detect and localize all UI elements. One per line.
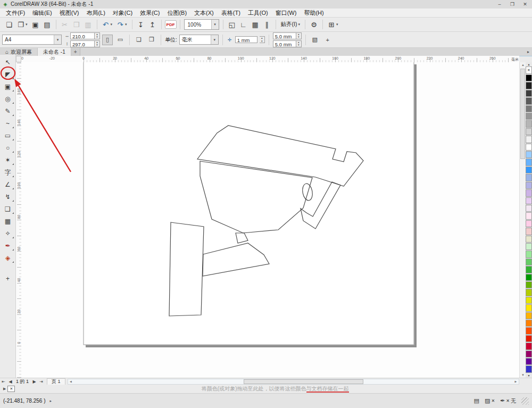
color-swatch[interactable]: [526, 251, 532, 257]
color-swatch[interactable]: [526, 236, 532, 243]
page-size-combo[interactable]: A4 ▾: [2, 35, 62, 45]
color-swatch[interactable]: [526, 365, 532, 372]
page-height-stepper[interactable]: ▴▾: [95, 40, 100, 47]
color-swatch[interactable]: [526, 212, 532, 219]
show-guidelines-button[interactable]: ∥: [262, 19, 272, 30]
minimize-button[interactable]: –: [494, 1, 505, 8]
artistic-media-tool[interactable]: ~: [2, 117, 14, 129]
horizontal-scroll-thumb[interactable]: [244, 379, 363, 384]
color-swatch[interactable]: [526, 120, 532, 127]
status-chevron-icon[interactable]: ▸: [50, 399, 52, 403]
portrait-button[interactable]: ▯: [102, 35, 113, 45]
menu-item[interactable]: 对象(C): [109, 9, 136, 18]
full-screen-preview-button[interactable]: ◱: [227, 19, 237, 30]
redo-button[interactable]: ↷▾: [115, 19, 129, 30]
menu-item[interactable]: 文件(F): [2, 9, 29, 18]
page-width-stepper[interactable]: ▴▾: [95, 32, 100, 39]
color-swatch[interactable]: [526, 312, 532, 319]
drop-shadow-tool[interactable]: ❑: [2, 203, 14, 215]
document-info-indicator[interactable]: ▤: [474, 397, 479, 404]
color-swatch[interactable]: [526, 97, 532, 104]
all-pages-button[interactable]: ❏: [134, 35, 144, 45]
last-page-button[interactable]: ⇥: [38, 378, 45, 385]
import-button[interactable]: ↧: [136, 19, 146, 30]
chevron-down-icon[interactable]: ▾: [211, 20, 219, 29]
color-swatch[interactable]: [526, 105, 532, 112]
color-swatch[interactable]: [526, 243, 532, 250]
color-swatch[interactable]: [526, 289, 532, 296]
palette-expander-icon[interactable]: ▶: [3, 387, 6, 391]
color-swatch[interactable]: [526, 82, 532, 89]
menu-item[interactable]: 视图(V): [56, 9, 83, 18]
color-eyedropper-tool[interactable]: ✧: [2, 227, 14, 239]
color-swatch[interactable]: [526, 90, 532, 97]
connector-tool[interactable]: ↯: [2, 190, 14, 203]
vertical-scroll-thumb[interactable]: [520, 69, 525, 159]
new-document-button[interactable]: ❏: [4, 19, 14, 30]
maximize-button[interactable]: ❐: [506, 1, 518, 8]
page-1-tab[interactable]: 页 1: [47, 378, 65, 385]
color-swatch[interactable]: [526, 266, 532, 273]
color-swatch[interactable]: [526, 151, 532, 158]
publish-pdf-button[interactable]: PDF: [165, 20, 177, 29]
rectangle-tool[interactable]: ▭: [2, 129, 14, 141]
next-page-button[interactable]: ▶: [31, 378, 38, 385]
color-swatch[interactable]: [526, 297, 532, 304]
quick-customize-toolbox[interactable]: +: [2, 272, 14, 285]
options-button[interactable]: ⚙: [309, 19, 319, 30]
tab-untitled-document[interactable]: 未命名 -1: [38, 48, 71, 56]
page-height-input[interactable]: 297.0 mm: [70, 40, 95, 47]
color-swatch[interactable]: [526, 74, 532, 81]
menu-item[interactable]: 表格(T): [218, 9, 244, 18]
menu-item[interactable]: 位图(B): [163, 9, 190, 18]
units-combo[interactable]: 毫米 ▾: [179, 35, 219, 45]
duplicate-y-stepper[interactable]: ▴▾: [296, 40, 302, 47]
outline-pen-tool[interactable]: ✒: [2, 239, 14, 252]
quick-customize-button[interactable]: +: [322, 35, 333, 45]
close-button[interactable]: ✕: [519, 1, 531, 8]
polygon-tool[interactable]: ✶: [2, 154, 14, 166]
parallel-dimension-tool[interactable]: ∠: [2, 178, 14, 190]
scroll-left-icon[interactable]: ◀: [68, 379, 74, 384]
color-swatch[interactable]: [526, 274, 532, 281]
color-swatch[interactable]: [526, 220, 532, 227]
fill-indicator[interactable]: ▨ ✕: [485, 397, 495, 404]
drawing-canvas[interactable]: [21, 62, 519, 378]
ruler-origin-box[interactable]: [16, 56, 21, 62]
show-rulers-button[interactable]: ∟: [238, 19, 249, 30]
application-launcher-button[interactable]: ⊞▾: [326, 19, 340, 30]
show-grid-button[interactable]: ▦: [250, 19, 261, 30]
chevron-down-icon[interactable]: ▾: [54, 35, 61, 44]
color-swatch[interactable]: ✕: [526, 66, 532, 74]
first-page-button[interactable]: ⇤: [0, 378, 7, 385]
zoom-level-combo[interactable]: 100%▾: [184, 19, 219, 30]
palette-scroll-up-icon[interactable]: ▲: [526, 62, 532, 66]
outline-indicator[interactable]: ✒ ✕ 无: [500, 397, 516, 405]
color-swatch[interactable]: [526, 335, 532, 342]
color-swatch[interactable]: [526, 304, 532, 311]
pick-tool[interactable]: ↖: [2, 56, 14, 68]
duplicate-x-stepper[interactable]: ▴▾: [296, 32, 302, 39]
save-document-button[interactable]: ▣: [30, 19, 41, 30]
vertical-scrollbar[interactable]: ▲ ▼: [519, 62, 526, 378]
color-swatch[interactable]: [526, 174, 532, 181]
menu-item[interactable]: 文本(X): [190, 9, 218, 18]
spinner-down-icon[interactable]: ▾: [296, 44, 301, 47]
color-swatch[interactable]: [526, 113, 532, 120]
resize-grip[interactable]: [521, 397, 529, 405]
color-swatch[interactable]: [526, 351, 532, 357]
menu-item[interactable]: 窗口(W): [272, 9, 301, 18]
horizontal-scrollbar[interactable]: ◀ ▶: [68, 379, 519, 385]
zoom-tool[interactable]: ◎: [2, 93, 14, 105]
palette-scroll-down-icon[interactable]: ▼: [526, 373, 532, 378]
menu-item[interactable]: 布局(L): [82, 9, 109, 18]
no-color-swatch[interactable]: ✕: [7, 386, 15, 392]
color-swatch[interactable]: [526, 358, 532, 365]
color-swatch[interactable]: [526, 144, 532, 151]
page-width-input[interactable]: 210.0 mm: [70, 32, 95, 39]
color-swatch[interactable]: [526, 327, 532, 334]
menu-item[interactable]: 编辑(E): [29, 9, 56, 18]
open-document-button[interactable]: ❐▾: [15, 19, 29, 30]
ellipse-tool[interactable]: ○: [2, 141, 14, 154]
color-swatch[interactable]: [526, 136, 532, 143]
